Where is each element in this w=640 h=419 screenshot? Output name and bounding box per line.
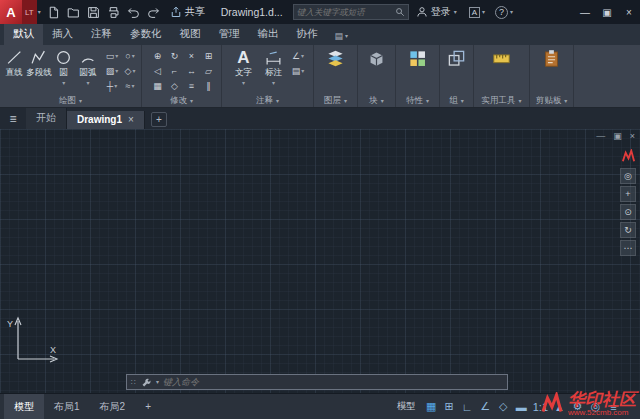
polyline-button[interactable]: 多段线	[26, 46, 52, 93]
polygon-icon[interactable]: ◇▾	[121, 63, 139, 78]
tab-drawing1[interactable]: Drawing1 ×	[67, 111, 145, 129]
viewport-minimize-icon[interactable]: —	[596, 131, 605, 141]
leader-icon[interactable]: ∠▾	[290, 48, 307, 63]
table-icon[interactable]: ▤▾	[290, 63, 307, 78]
workspace-gear-icon[interactable]: ⚙	[569, 398, 586, 416]
maximize-button[interactable]: ▣	[596, 0, 618, 24]
panel-label-modify[interactable]: 修改▾	[142, 94, 221, 107]
pan-icon[interactable]: +	[620, 186, 636, 202]
panel-label-groups[interactable]: 组▾	[440, 94, 473, 107]
panel-label-clipboard[interactable]: 剪贴板▾	[530, 94, 573, 107]
tab-start[interactable]: 开始	[26, 108, 67, 129]
search-input[interactable]	[297, 7, 395, 17]
viewport-restore-icon[interactable]: ▣	[613, 131, 622, 141]
rotate-icon[interactable]: ↻	[166, 48, 183, 63]
construction-line-icon[interactable]: ┼▾	[103, 78, 121, 93]
annotation-scale-icon[interactable]: 1:1	[531, 398, 550, 416]
object-snap-icon[interactable]: ◇	[495, 398, 512, 416]
tab-insert[interactable]: 插入	[43, 24, 82, 45]
plot-button[interactable]	[104, 0, 124, 24]
tab-output[interactable]: 输出	[249, 24, 288, 45]
properties-button[interactable]	[398, 46, 437, 68]
panel-label-utilities[interactable]: 实用工具▾	[474, 94, 529, 107]
zoom-icon[interactable]: ⊙	[620, 204, 636, 220]
spline-icon[interactable]: ≈▾	[121, 78, 139, 93]
move-icon[interactable]: ⊕	[149, 48, 166, 63]
wrench-icon[interactable]	[141, 377, 152, 388]
tab-manage[interactable]: 管理	[210, 24, 249, 45]
utilities-button[interactable]	[476, 46, 527, 68]
tab-collaborate[interactable]: 协作	[288, 24, 327, 45]
groups-button[interactable]	[442, 46, 471, 68]
tab-parametric[interactable]: 参数化	[121, 24, 171, 45]
drag-handle-icon[interactable]: ∷	[131, 378, 137, 387]
dimension-button[interactable]: 标注 ▾	[259, 46, 289, 93]
isolate-objects-icon[interactable]: ◎	[587, 398, 604, 416]
help-button[interactable]: ? ▾	[490, 6, 518, 19]
close-button[interactable]: ×	[618, 0, 640, 24]
open-file-button[interactable]	[64, 0, 84, 24]
new-file-button[interactable]	[44, 0, 64, 24]
polar-tracking-icon[interactable]: ∠	[477, 398, 494, 416]
ellipse-icon[interactable]: ○▾	[121, 48, 139, 63]
navigation-wheel-icon[interactable]: ◎	[620, 168, 636, 184]
layout-tab-layout2[interactable]: 布局2	[90, 394, 136, 419]
fillet-icon[interactable]: ⌐	[166, 63, 183, 78]
layout-tab-model[interactable]: 模型	[4, 394, 44, 419]
scale-icon[interactable]: ▱	[200, 63, 217, 78]
mirror-icon[interactable]: ◁	[149, 63, 166, 78]
save-button[interactable]	[84, 0, 104, 24]
copy-icon[interactable]: ⊞	[200, 48, 217, 63]
annotation-visibility-icon[interactable]: ▲	[551, 398, 568, 416]
hatch-icon[interactable]: ▨▾	[103, 63, 121, 78]
model-space-button[interactable]: 模型	[391, 398, 422, 416]
share-button[interactable]: 共享	[164, 5, 211, 19]
viewport-close-icon[interactable]: ×	[630, 131, 635, 141]
close-tab-icon[interactable]: ×	[128, 114, 134, 125]
chevron-down-icon[interactable]: ▾	[156, 379, 159, 385]
command-line[interactable]: ∷ ▾	[126, 374, 508, 390]
panel-label-draw[interactable]: 绘图▾	[0, 94, 141, 107]
ribbon-state-toggle[interactable]: ▤ ▾	[327, 31, 357, 45]
panel-label-properties[interactable]: 特性▾	[396, 94, 439, 107]
panel-label-block[interactable]: 块▾	[358, 94, 395, 107]
new-layout-button[interactable]: +	[135, 394, 161, 419]
panel-label-layers[interactable]: 图层▾	[314, 94, 357, 107]
arc-button[interactable]: 圆弧 ▾	[76, 46, 100, 93]
block-button[interactable]	[360, 46, 393, 68]
trim-icon[interactable]: ×	[183, 48, 200, 63]
minimize-button[interactable]: —	[574, 0, 596, 24]
tab-home[interactable]: 默认	[4, 24, 43, 45]
redo-button[interactable]	[144, 0, 164, 24]
text-button[interactable]: A 文字 ▾	[229, 46, 259, 93]
offset-icon[interactable]: ∥	[200, 78, 217, 93]
undo-button[interactable]	[124, 0, 144, 24]
tab-annotate[interactable]: 注释	[82, 24, 121, 45]
search-icon[interactable]	[395, 7, 405, 17]
explode-icon[interactable]: ≡	[183, 78, 200, 93]
clipboard-button[interactable]	[532, 46, 571, 68]
sign-in-button[interactable]: 登录 ▾	[409, 5, 464, 19]
erase-icon[interactable]: ◇	[166, 78, 183, 93]
stretch-icon[interactable]: ↔	[183, 63, 200, 78]
line-button[interactable]: 直线	[2, 46, 26, 93]
command-input[interactable]	[163, 377, 503, 387]
customization-icon[interactable]: ≡	[605, 398, 622, 416]
grid-display-icon[interactable]: ▦	[423, 398, 440, 416]
array-icon[interactable]: ▦	[149, 78, 166, 93]
layers-button[interactable]	[316, 46, 355, 68]
more-tools-icon[interactable]: ⋯	[620, 240, 636, 256]
lineweight-icon[interactable]: ▬	[513, 398, 530, 416]
ortho-mode-icon[interactable]: ∟	[459, 398, 476, 416]
drawing-canvas[interactable]: — ▣ × ◎ + ⊙ ↻ ⋯ Y X ∷	[0, 129, 640, 393]
circle-button[interactable]: 圆 ▾	[52, 46, 76, 93]
app-store-button[interactable]: A ▾	[464, 7, 490, 18]
snap-mode-icon[interactable]: ⊞	[441, 398, 458, 416]
orbit-icon[interactable]: ↻	[620, 222, 636, 238]
layout-tab-layout1[interactable]: 布局1	[44, 394, 90, 419]
app-menu-button[interactable]: A LT ▾	[0, 0, 44, 24]
file-tabs-menu-button[interactable]: ≡	[0, 109, 26, 129]
new-drawing-tab-button[interactable]: +	[151, 112, 167, 127]
tab-view[interactable]: 视图	[171, 24, 210, 45]
panel-label-annotation[interactable]: 注释▾	[222, 94, 313, 107]
